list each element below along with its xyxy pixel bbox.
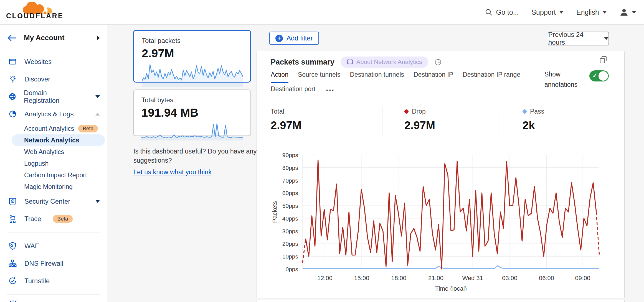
trace-icon	[8, 214, 17, 223]
sidebar-item-label: Domain Registration	[24, 89, 80, 104]
svg-text:Time (local): Time (local)	[435, 285, 467, 291]
cloudflare-logo[interactable]: CLOUDFLARE	[6, 2, 54, 21]
shield-gear-icon	[8, 242, 17, 250]
support-label: Support	[531, 8, 556, 16]
beta-badge: Beta	[53, 215, 72, 223]
sidebar-item-security-center[interactable]: Security Center	[0, 193, 107, 210]
beta-badge: Beta	[78, 125, 98, 132]
sidebar-subitem-network-analytics[interactable]: Network Analytics	[12, 134, 105, 146]
chevron-up-icon	[95, 113, 100, 116]
sidebar-item-turnstile[interactable]: Turnstile	[0, 272, 107, 290]
svg-text:Packets: Packets	[271, 201, 278, 223]
svg-text:40pps: 40pps	[282, 215, 298, 222]
stat-label: Pass	[530, 108, 544, 115]
sidebar-item-trace[interactable]: Trace Beta	[0, 210, 107, 227]
svg-text:60pps: 60pps	[282, 190, 298, 196]
stat-pass: Pass 2k	[512, 108, 612, 132]
sidebar-subitem-logpush[interactable]: Logpush	[0, 158, 107, 169]
add-filter-button[interactable]: + Add filter	[269, 32, 319, 45]
toggle-knob	[599, 71, 608, 81]
time-range-dropdown[interactable]: Previous 24 hours	[548, 32, 609, 45]
sidebar-item-label: Discover	[24, 75, 50, 83]
stat-value: 2.97M	[271, 119, 396, 132]
total-packets-card[interactable]: Total packets 2.97M	[133, 30, 251, 83]
tab-destination-port[interactable]: Destination port	[271, 85, 315, 94]
add-filter-label: Add filter	[286, 34, 313, 42]
pass-dot	[523, 109, 527, 114]
sidebar-item-discover[interactable]: Discover	[0, 70, 107, 88]
sidebar-item-waf[interactable]: WAF	[0, 237, 107, 255]
sidebar-item-domain-registration[interactable]: Domain Registration	[0, 88, 107, 105]
stats-divider	[498, 106, 498, 137]
account-menu[interactable]	[620, 8, 636, 17]
card-value: 191.94 MB	[141, 106, 243, 119]
sidebar-subitem-magic-monitoring[interactable]: Magic Monitoring	[0, 181, 107, 193]
subitem-label: Carbon Impact Report	[24, 172, 87, 179]
svg-text:0pps: 0pps	[285, 266, 298, 272]
sidebar-subitem-carbon-impact-report[interactable]: Carbon Impact Report	[0, 169, 107, 181]
back-arrow-icon[interactable]	[7, 34, 17, 42]
sidebar-divider	[7, 232, 100, 232]
show-annotations-toggle[interactable]: ✓	[589, 70, 609, 81]
next-panel-edge	[257, 300, 625, 302]
chevron-down-icon	[95, 200, 100, 203]
sidebar-subitem-web-analytics[interactable]: Web Analytics	[0, 146, 107, 158]
subitem-label: Magic Monitoring	[24, 183, 73, 191]
svg-text:18:00: 18:00	[391, 275, 406, 281]
sidebar-item-label: Trace	[24, 215, 41, 223]
stat-value: 2k	[523, 119, 612, 132]
sidebar-subitem-account-analytics[interactable]: Account Analytics Beta	[0, 123, 107, 134]
chevron-right-icon[interactable]	[97, 36, 100, 40]
pie-chart-icon	[8, 110, 17, 118]
sidebar-item-label: Turnstile	[24, 277, 50, 285]
stat-drop: Drop 2.97M	[396, 108, 512, 132]
feedback-link[interactable]: Let us know what you think	[133, 168, 212, 177]
svg-text:90pps: 90pps	[282, 152, 298, 158]
tab-destination-ip[interactable]: Destination IP	[414, 71, 453, 80]
dimension-tabs: Action Source tunnels Destination tunnel…	[271, 71, 520, 80]
stats-row: Total 2.97M Drop 2.97M Pass 2k	[271, 108, 612, 132]
sidebar: My Account Websites Discover Domain Regi…	[0, 25, 107, 302]
total-bytes-card[interactable]: Total bytes 191.94 MB	[133, 89, 251, 136]
top-bar: CLOUDFLARE Go to... Support English	[0, 0, 644, 25]
goto-label: Go to...	[496, 8, 519, 16]
lightbulb-icon	[8, 75, 17, 83]
zero-trust-icon[interactable]	[8, 299, 18, 302]
tab-destination-ip-range[interactable]: Destination IP range	[463, 71, 520, 80]
drop-dot	[404, 109, 409, 114]
sidebar-item-analytics-logs[interactable]: Analytics & Logs	[0, 105, 107, 123]
stat-label: Total	[271, 108, 284, 115]
language-menu[interactable]: English	[576, 8, 607, 16]
packets-time-series-chart: 0pps10pps20pps30pps40pps50pps60pps70pps8…	[267, 150, 610, 291]
browser-icon	[8, 57, 17, 66]
user-icon	[620, 8, 628, 17]
expand-panel-icon[interactable]	[599, 55, 608, 64]
goto-search[interactable]: Go to...	[485, 8, 519, 16]
feedback-block: Is this dashboard useful? Do you have an…	[133, 147, 260, 177]
stat-value: 2.97M	[404, 119, 512, 132]
stats-divider	[382, 106, 382, 137]
language-label: English	[576, 8, 599, 16]
panel-title: Packets summary	[271, 58, 334, 66]
tab-source-tunnels[interactable]: Source tunnels	[298, 71, 340, 80]
show-annotations-label: Show annotations	[544, 69, 583, 90]
sidebar-item-label: Security Center	[24, 198, 70, 205]
sidebar-item-label: WAF	[24, 242, 39, 250]
about-network-analytics-badge[interactable]: About Network Analytics	[341, 57, 428, 68]
account-name[interactable]: My Account	[24, 34, 97, 42]
sidebar-item-websites[interactable]: Websites	[0, 53, 107, 70]
sidebar-item-dns-firewall[interactable]: DNS Firewall	[0, 255, 107, 272]
tab-action[interactable]: Action	[271, 71, 288, 80]
hierarchy-icon	[8, 259, 17, 268]
svg-text:09:00: 09:00	[575, 275, 590, 281]
svg-text:50pps: 50pps	[282, 203, 298, 209]
safe-icon	[8, 197, 17, 206]
packets-summary-panel: Packets summary About Network Analytics …	[257, 51, 625, 298]
support-menu[interactable]: Support	[531, 8, 564, 16]
feedback-question: Is this dashboard useful? Do you have an…	[133, 148, 257, 164]
more-tabs-button[interactable]: ...	[326, 86, 334, 93]
time-range-label: Previous 24 hours	[548, 31, 600, 46]
tab-destination-tunnels[interactable]: Destination tunnels	[350, 71, 404, 80]
chart-type-icon[interactable]	[434, 58, 442, 66]
svg-text:03:00: 03:00	[502, 275, 517, 281]
